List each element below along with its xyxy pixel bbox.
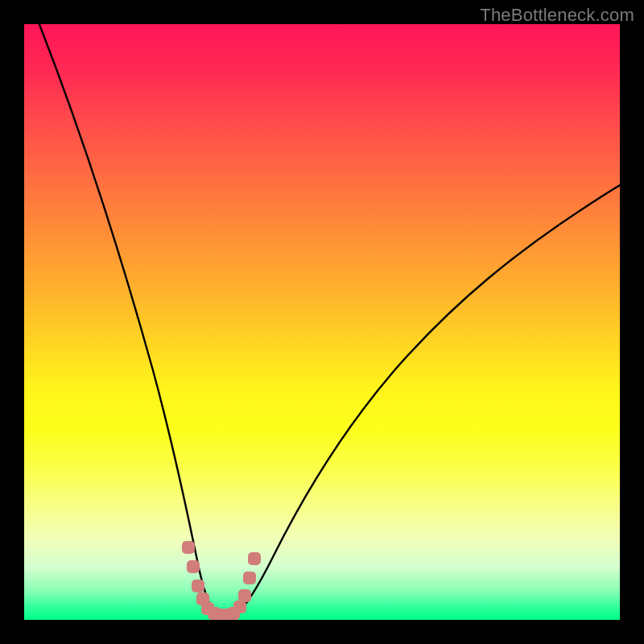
watermark-text: TheBottleneck.com — [480, 5, 634, 26]
plot-area — [24, 24, 620, 620]
svg-rect-2 — [192, 580, 204, 592]
svg-rect-0 — [182, 541, 195, 554]
svg-rect-9 — [233, 601, 246, 613]
svg-rect-10 — [238, 589, 251, 602]
minimum-highlight — [182, 541, 261, 620]
chart-frame: TheBottleneck.com — [0, 0, 644, 644]
curve-layer — [24, 24, 620, 620]
svg-rect-1 — [187, 560, 200, 573]
svg-rect-11 — [243, 572, 256, 584]
bottleneck-curve — [30, 24, 620, 617]
svg-rect-12 — [248, 552, 261, 565]
